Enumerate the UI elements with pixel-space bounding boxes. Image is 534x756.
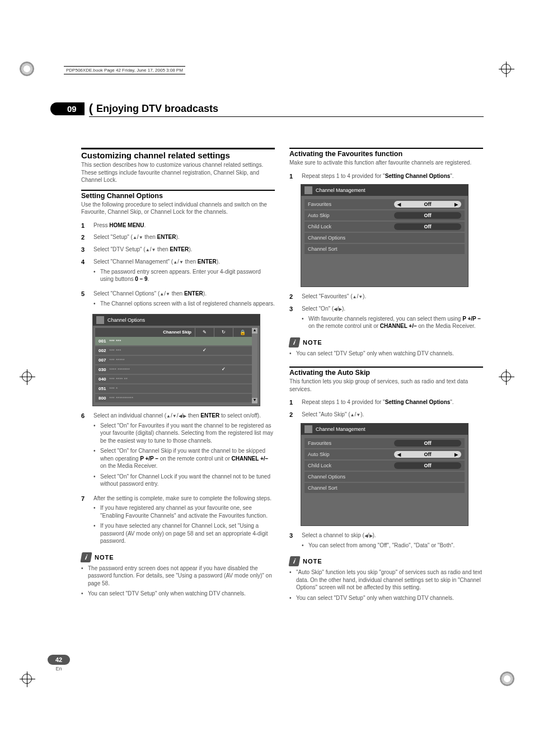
note-icon: i — [80, 552, 92, 562]
chapter-header: 09 (Enjoying DTV broadcasts — [50, 101, 484, 117]
step-1: 1 Press HOME MENU. — [81, 222, 275, 230]
section-intro: This section describes how to customize … — [81, 161, 275, 184]
subsection-heading: Activating the Favourites function — [289, 150, 483, 158]
osd-row: Child LockOff — [305, 222, 465, 232]
subsection-heading: Setting Channel Options — [81, 192, 275, 200]
paren-icon: ( — [89, 101, 93, 115]
subsection-heading: Activating the Auto Skip — [289, 369, 483, 377]
osd-channel-management-fav: Channel Management Favourites◀Off▶ Auto … — [301, 184, 469, 287]
crop-mark-tr — [499, 62, 514, 77]
osd-channel-management-auto: Channel Management FavouritesOff Auto Sk… — [301, 423, 469, 526]
table-row: 007*** ***** — [95, 356, 252, 364]
crop-mark-mr — [499, 369, 514, 385]
subsection-intro: Use the following procedure to select in… — [81, 201, 275, 216]
subsection-intro: Make sure to activate this function afte… — [289, 159, 483, 167]
arrow-up-icon — [160, 290, 164, 297]
step-3: 3 Select "DTV Setup" (/ then ENTER). — [81, 246, 275, 254]
lock-icon — [240, 330, 246, 335]
check-icon — [203, 348, 207, 353]
note-header: i NOTE — [81, 552, 275, 562]
arrow-up-icon — [146, 246, 150, 252]
arrow-up-icon — [352, 293, 357, 299]
section-heading: Customizing channel related settings — [81, 151, 275, 160]
arrow-up-icon — [166, 412, 171, 419]
note-icon: i — [288, 337, 300, 348]
note-item: •You can select "DTV Setup" only when wa… — [81, 590, 275, 598]
osd-row: Auto Skip◀Off▶ — [305, 449, 465, 459]
step-4: 4 Select "Channel Management" (/ then EN… — [81, 258, 275, 286]
table-row: 800*** ********** — [95, 394, 252, 402]
arrow-down-icon — [139, 234, 143, 240]
step-1: 1 Repeat steps 1 to 4 provided for "Sett… — [289, 398, 483, 407]
osd-scrollbar: ▲▼ — [252, 328, 257, 403]
note-header: i NOTE — [289, 556, 483, 566]
wrench-icon — [305, 186, 312, 194]
chapter-number: 09 — [50, 102, 85, 115]
osd-row: Channel Options — [305, 472, 465, 482]
osd-row: Auto SkipOff — [305, 210, 465, 220]
osd-row: Favourites◀Off▶ — [305, 199, 465, 209]
table-row: 030**** ******* — [95, 365, 252, 374]
pencil-icon — [203, 330, 207, 335]
note-item: •"Auto Skip" function lets you skip "gro… — [289, 569, 483, 591]
osd-row: Channel Sort — [305, 483, 465, 493]
crop-mark-tl — [20, 62, 34, 76]
step-5: 5 Select "Channel Options" (/ then ENTER… — [81, 290, 275, 310]
crop-mark-br — [500, 672, 514, 686]
table-row: 040*** **** ** — [95, 375, 252, 383]
arrow-up-icon — [350, 411, 355, 417]
arrow-up-icon — [173, 259, 177, 265]
arrow-up-icon — [133, 234, 137, 240]
note-item: •You can select "DTV Setup" only when wa… — [289, 594, 483, 602]
osd-channel-options: Channel Options Channel Skip 001*** *** … — [92, 314, 260, 406]
arrow-down-icon — [172, 412, 177, 419]
arrow-left-icon — [364, 532, 368, 538]
step-2: 2 Select "Favourites" (/). — [289, 293, 483, 301]
chapter-title: (Enjoying DTV broadcasts — [89, 101, 484, 117]
check-icon — [222, 367, 226, 372]
table-row: 051*** * — [95, 384, 252, 393]
wrench-icon — [305, 425, 312, 433]
note-header: i NOTE — [289, 337, 483, 348]
arrow-down-icon — [166, 290, 170, 297]
arrow-down-icon — [358, 293, 363, 299]
note-item: •The password entry screen does not appe… — [81, 565, 275, 588]
step-7: 7 After the setting is complete, make su… — [81, 495, 275, 548]
crop-mark-bl — [20, 672, 35, 687]
arrow-down-icon — [179, 259, 184, 265]
osd-row: Channel Options — [305, 233, 465, 243]
note-icon: i — [288, 556, 300, 566]
step-1: 1 Repeat steps 1 to 4 provided for "Sett… — [289, 172, 483, 181]
wrench-icon — [96, 316, 104, 324]
crop-mark-ml — [20, 369, 35, 385]
table-row: 002*** *** — [95, 346, 252, 355]
table-row: 001*** *** — [95, 337, 252, 345]
osd-row: Channel Sort — [305, 244, 465, 254]
osd-row: FavouritesOff — [305, 438, 465, 448]
book-header: PDP506XDE.book Page 42 Friday, June 17, … — [64, 66, 185, 74]
skip-icon — [222, 330, 226, 335]
step-2: 2 Select "Setup" (/ then ENTER). — [81, 233, 275, 242]
page-number: 42 En — [48, 655, 70, 672]
arrow-left-icon — [179, 412, 182, 419]
osd-row: Child LockOff — [305, 461, 465, 471]
note-item: •You can select "DTV Setup" only when wa… — [289, 350, 483, 358]
subsection-intro: This function lets you skip group of ser… — [289, 378, 483, 393]
step-6: 6 Select an individual channel (/// then… — [81, 412, 275, 491]
arrow-left-icon — [334, 306, 337, 312]
step-3: 3 Select a channel to skip (/). •You can… — [289, 532, 483, 552]
step-2: 2 Select "Auto Skip" (/). — [289, 411, 483, 419]
step-3: 3 Select "On" (/). •With favourite chann… — [289, 305, 483, 333]
